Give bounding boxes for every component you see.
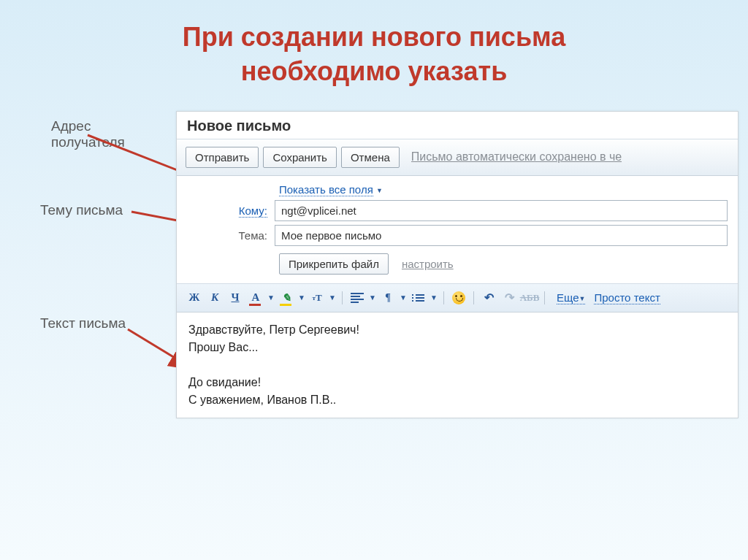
- subject-label: Тема:: [187, 229, 275, 242]
- email-body-editor[interactable]: Здравствуйте, Петр Сергеевич! Прошу Вас.…: [177, 312, 738, 418]
- italic-button[interactable]: К: [206, 290, 224, 306]
- to-label-link[interactable]: Кому:: [239, 204, 267, 218]
- align-button[interactable]: [348, 290, 366, 306]
- align-dropdown-icon[interactable]: ▼: [369, 294, 376, 302]
- bold-button[interactable]: Ж: [186, 290, 203, 306]
- attach-configure-link[interactable]: настроить: [402, 258, 454, 270]
- autosave-status: Письмо автоматически сохранено в че: [411, 150, 622, 164]
- save-button[interactable]: Сохранить: [263, 147, 337, 168]
- to-field-row: Кому:: [187, 200, 728, 221]
- bullet-list-button[interactable]: [410, 290, 427, 306]
- annotation-body: Текст письма: [40, 315, 126, 331]
- quote-button[interactable]: ¶: [379, 290, 397, 306]
- font-color-dropdown-icon[interactable]: ▼: [267, 294, 275, 302]
- emoji-button[interactable]: [450, 290, 468, 306]
- body-line: Здравствуйте, Петр Сергеевич!: [188, 321, 726, 339]
- attach-file-button[interactable]: Прикрепить файл: [279, 253, 389, 275]
- separator-icon: [544, 291, 545, 304]
- clear-format-button[interactable]: АБВ: [521, 290, 538, 306]
- annotation-recipient: Адрес получателя: [51, 118, 125, 150]
- underline-button[interactable]: Ч: [226, 290, 244, 306]
- annotation-subject: Тему письма: [40, 202, 123, 218]
- plain-text-link[interactable]: Просто текст: [594, 291, 660, 304]
- highlight-button[interactable]: ✎: [278, 290, 295, 306]
- font-size-dropdown-icon[interactable]: ▼: [329, 294, 336, 302]
- separator-icon: [443, 291, 444, 304]
- smiley-icon: [452, 291, 465, 304]
- cancel-button[interactable]: Отмена: [341, 147, 400, 168]
- undo-button[interactable]: ↶: [480, 290, 497, 306]
- subject-field-row: Тема:: [187, 225, 728, 246]
- quote-dropdown-icon[interactable]: ▼: [400, 294, 407, 302]
- body-line: С уважением, Иванов П.В..: [188, 391, 726, 409]
- email-compose-window: Новое письмо Отправить Сохранить Отмена …: [176, 111, 739, 418]
- body-line: До свидание!: [188, 374, 726, 391]
- show-all-fields-link[interactable]: Показать все поля: [279, 183, 373, 196]
- body-line: [188, 356, 726, 374]
- font-color-button[interactable]: A: [247, 290, 264, 306]
- dropdown-icon[interactable]: ▼: [376, 187, 383, 194]
- body-line: Прошу Вас...: [188, 339, 726, 356]
- to-input[interactable]: [275, 200, 728, 221]
- font-size-button[interactable]: тT: [308, 290, 326, 306]
- toolbar: Отправить Сохранить Отмена Письмо автома…: [177, 139, 738, 176]
- to-label: Кому:: [187, 204, 275, 217]
- redo-button[interactable]: ↷: [500, 290, 518, 306]
- separator-icon: [473, 291, 474, 304]
- subject-input[interactable]: [275, 225, 728, 246]
- send-button[interactable]: Отправить: [186, 147, 259, 168]
- list-dropdown-icon[interactable]: ▼: [430, 294, 438, 302]
- attach-row: Прикрепить файл настроить: [279, 253, 728, 275]
- slide-title: При создании нового письма необходимо ук…: [0, 0, 748, 89]
- format-toolbar: Ж К Ч A ▼ ✎ ▼ тT ▼ ▼ ¶ ▼ ▼ ↶ ↷ АБВ Еще▼ …: [177, 284, 738, 312]
- separator-icon: [342, 291, 343, 304]
- highlight-dropdown-icon[interactable]: ▼: [298, 294, 305, 302]
- window-title: Новое письмо: [177, 112, 738, 139]
- fields-area: Показать все поля ▼ Кому: Тема: Прикрепи…: [177, 176, 738, 284]
- show-all-fields-row: Показать все поля ▼: [279, 183, 728, 196]
- more-link[interactable]: Еще▼: [557, 291, 585, 304]
